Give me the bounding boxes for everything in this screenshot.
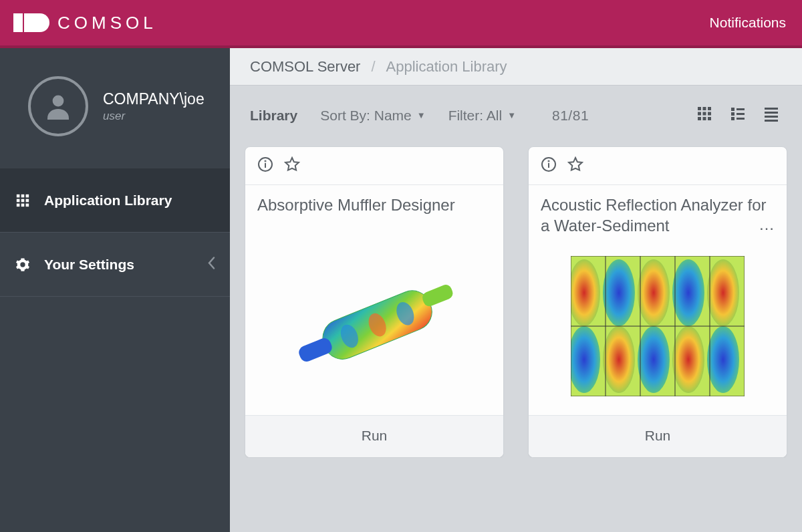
- svg-rect-5: [17, 198, 20, 202]
- svg-rect-23: [737, 113, 745, 115]
- run-button[interactable]: Run: [245, 415, 503, 457]
- breadcrumb: COMSOL Server / Application Library: [230, 48, 802, 86]
- sidebar: COMPANY\joe user Application Library You…: [0, 48, 230, 532]
- user-meta: COMPANY\joe user: [103, 90, 205, 123]
- svg-rect-24: [731, 117, 734, 120]
- view-list-detailed-icon[interactable]: [730, 106, 746, 125]
- svg-rect-26: [765, 108, 778, 110]
- chevron-left-icon: [207, 256, 215, 273]
- svg-point-44: [603, 259, 635, 326]
- breadcrumb-root[interactable]: COMSOL Server: [250, 58, 360, 76]
- star-icon[interactable]: [567, 156, 583, 175]
- svg-rect-6: [21, 198, 25, 202]
- svg-rect-35: [420, 283, 454, 308]
- svg-rect-16: [708, 112, 711, 116]
- sidebar-item-your-settings[interactable]: Your Settings: [0, 233, 230, 297]
- view-toggles: [696, 106, 779, 125]
- view-grid-icon[interactable]: [696, 106, 712, 125]
- card-title-text: Acoustic Reflection Analyzer for a Water…: [541, 196, 767, 235]
- svg-rect-15: [703, 112, 706, 116]
- app-header: COMSOL Notifications: [0, 0, 802, 48]
- svg-point-47: [707, 259, 739, 326]
- user-block: COMPANY\joe user: [0, 48, 230, 168]
- caret-down-icon: ▼: [507, 110, 516, 120]
- filter-label: Filter: All: [448, 108, 503, 124]
- grid-icon: [15, 193, 31, 208]
- svg-rect-18: [703, 117, 706, 120]
- svg-rect-2: [17, 194, 20, 197]
- svg-point-45: [638, 259, 670, 326]
- main: COMSOL Server / Application Library Libr…: [230, 48, 802, 532]
- svg-rect-8: [17, 203, 20, 207]
- svg-rect-34: [297, 336, 333, 364]
- card-grid: Absorptive Muffler Designer: [230, 142, 802, 458]
- run-button[interactable]: Run: [529, 415, 787, 457]
- svg-rect-22: [731, 112, 734, 116]
- svg-point-50: [638, 326, 670, 393]
- svg-rect-13: [708, 107, 711, 110]
- sort-dropdown[interactable]: Sort By: Name ▼: [320, 108, 425, 124]
- svg-rect-21: [737, 108, 745, 110]
- app-card: Acoustic Reflection Analyzer for a Water…: [528, 146, 787, 458]
- notifications-link[interactable]: Notifications: [710, 15, 786, 31]
- svg-point-52: [707, 326, 739, 393]
- card-title: Acoustic Reflection Analyzer for a Water…: [529, 185, 787, 237]
- svg-rect-9: [21, 203, 25, 207]
- breadcrumb-current: Application Library: [386, 58, 507, 76]
- svg-rect-17: [698, 117, 701, 120]
- svg-point-51: [672, 326, 704, 393]
- svg-point-46: [672, 259, 704, 326]
- card-actions: [245, 147, 503, 185]
- svg-rect-19: [708, 117, 711, 120]
- view-list-compact-icon[interactable]: [763, 106, 779, 125]
- library-count: 81/81: [552, 108, 589, 124]
- sort-label: Sort By: Name: [320, 108, 412, 124]
- muffler-thumb-icon: [274, 259, 475, 393]
- info-icon[interactable]: [541, 156, 557, 175]
- star-icon[interactable]: [284, 156, 300, 175]
- info-icon[interactable]: [257, 156, 273, 175]
- logo-mark-icon: [13, 13, 51, 32]
- svg-point-41: [549, 161, 549, 162]
- svg-rect-28: [765, 116, 778, 118]
- svg-rect-29: [765, 120, 778, 122]
- svg-point-32: [265, 161, 266, 162]
- svg-rect-10: [26, 203, 29, 207]
- svg-rect-14: [698, 112, 701, 116]
- svg-rect-20: [731, 108, 734, 111]
- avatar: [28, 76, 88, 136]
- svg-point-49: [603, 326, 635, 393]
- svg-rect-4: [26, 194, 29, 197]
- app-card: Absorptive Muffler Designer: [245, 146, 504, 458]
- card-thumbnail: [245, 237, 503, 415]
- sidebar-item-application-library[interactable]: Application Library: [0, 168, 230, 233]
- heatmap-thumb-icon: [571, 256, 745, 396]
- svg-rect-11: [698, 107, 701, 110]
- ellipsis-icon: …: [759, 214, 775, 235]
- svg-rect-0: [13, 13, 23, 32]
- svg-rect-3: [21, 194, 25, 197]
- sidebar-item-label: Your Settings: [44, 257, 134, 273]
- user-name: COMPANY\joe: [103, 90, 205, 108]
- svg-rect-7: [26, 198, 29, 202]
- breadcrumb-separator: /: [371, 58, 375, 76]
- brand-text: COMSOL: [57, 13, 157, 33]
- brand-logo: COMSOL: [13, 13, 157, 33]
- card-actions: [529, 147, 787, 185]
- card-title: Absorptive Muffler Designer: [245, 185, 503, 237]
- caret-down-icon: ▼: [417, 110, 426, 120]
- library-title: Library: [250, 108, 297, 124]
- card-thumbnail: [529, 237, 787, 415]
- gear-icon: [15, 257, 31, 272]
- filter-dropdown[interactable]: Filter: All ▼: [448, 108, 516, 124]
- sidebar-item-label: Application Library: [44, 192, 172, 209]
- person-icon: [42, 90, 74, 122]
- svg-rect-25: [737, 118, 745, 120]
- svg-rect-27: [765, 112, 778, 114]
- user-role: user: [103, 110, 205, 123]
- library-toolbar: Library Sort By: Name ▼ Filter: All ▼ 81…: [230, 86, 802, 142]
- svg-rect-12: [703, 107, 706, 110]
- svg-point-1: [53, 96, 64, 107]
